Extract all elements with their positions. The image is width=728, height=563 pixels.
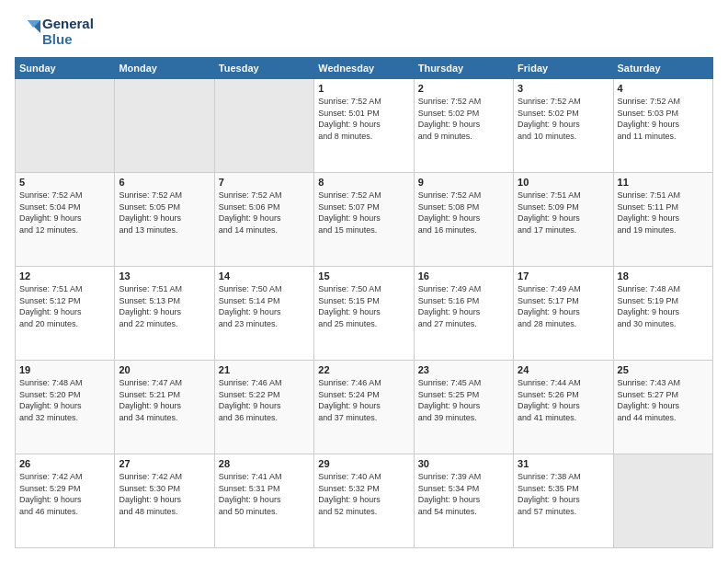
day-info: Sunrise: 7:52 AMSunset: 5:01 PMDaylight:…	[318, 96, 409, 142]
calendar-day-cell: 20Sunrise: 7:47 AMSunset: 5:21 PMDayligh…	[115, 361, 214, 454]
calendar-week-row: 26Sunrise: 7:42 AMSunset: 5:29 PMDayligh…	[16, 454, 713, 548]
calendar-day-cell: 16Sunrise: 7:49 AMSunset: 5:16 PMDayligh…	[414, 267, 513, 361]
day-info: Sunrise: 7:49 AMSunset: 5:16 PMDaylight:…	[418, 283, 509, 329]
day-number: 20	[119, 364, 210, 375]
day-number: 15	[318, 270, 409, 282]
calendar-day-cell: 21Sunrise: 7:46 AMSunset: 5:22 PMDayligh…	[214, 361, 313, 454]
calendar-day-cell: 17Sunrise: 7:49 AMSunset: 5:17 PMDayligh…	[514, 267, 613, 361]
calendar-day-cell: 8Sunrise: 7:52 AMSunset: 5:07 PMDaylight…	[314, 173, 414, 267]
calendar-day-cell: 4Sunrise: 7:52 AMSunset: 5:03 PMDaylight…	[613, 79, 712, 173]
calendar-day-cell: 13Sunrise: 7:51 AMSunset: 5:13 PMDayligh…	[115, 267, 214, 361]
day-number: 3	[518, 83, 609, 94]
day-number: 30	[418, 458, 509, 469]
calendar-day-cell: 19Sunrise: 7:48 AMSunset: 5:20 PMDayligh…	[16, 361, 115, 454]
weekday-header: Thursday	[414, 58, 513, 79]
weekday-header: Friday	[514, 58, 613, 79]
calendar-day-cell: 5Sunrise: 7:52 AMSunset: 5:04 PMDaylight…	[16, 173, 115, 267]
day-number: 17	[518, 270, 609, 282]
calendar-day-cell: 23Sunrise: 7:45 AMSunset: 5:25 PMDayligh…	[414, 361, 513, 454]
calendar-day-cell: 10Sunrise: 7:51 AMSunset: 5:09 PMDayligh…	[514, 173, 613, 267]
calendar-day-cell: 31Sunrise: 7:38 AMSunset: 5:35 PMDayligh…	[514, 454, 613, 548]
weekday-header: Sunday	[16, 58, 115, 79]
calendar-week-row: 12Sunrise: 7:51 AMSunset: 5:12 PMDayligh…	[16, 267, 713, 361]
calendar-week-row: 1Sunrise: 7:52 AMSunset: 5:01 PMDaylight…	[16, 79, 713, 173]
day-number: 11	[618, 177, 709, 188]
calendar-day-cell: 26Sunrise: 7:42 AMSunset: 5:29 PMDayligh…	[16, 454, 115, 548]
calendar-day-cell: 2Sunrise: 7:52 AMSunset: 5:02 PMDaylight…	[414, 79, 513, 173]
day-number: 4	[618, 83, 709, 94]
day-info: Sunrise: 7:51 AMSunset: 5:13 PMDaylight:…	[119, 283, 210, 329]
day-info: Sunrise: 7:52 AMSunset: 5:03 PMDaylight:…	[618, 96, 709, 142]
day-info: Sunrise: 7:40 AMSunset: 5:32 PMDaylight:…	[318, 471, 409, 517]
day-info: Sunrise: 7:50 AMSunset: 5:14 PMDaylight:…	[219, 283, 310, 329]
day-info: Sunrise: 7:44 AMSunset: 5:26 PMDaylight:…	[518, 377, 609, 423]
day-number: 13	[119, 270, 210, 282]
weekday-header: Monday	[115, 58, 214, 79]
calendar-day-cell: 27Sunrise: 7:42 AMSunset: 5:30 PMDayligh…	[115, 454, 214, 548]
weekday-header: Tuesday	[214, 58, 313, 79]
logo-bird-icon	[15, 15, 40, 48]
calendar-day-cell: 24Sunrise: 7:44 AMSunset: 5:26 PMDayligh…	[514, 361, 613, 454]
day-number: 1	[318, 83, 409, 94]
calendar-day-cell: 29Sunrise: 7:40 AMSunset: 5:32 PMDayligh…	[314, 454, 414, 548]
day-number: 28	[219, 458, 310, 469]
day-info: Sunrise: 7:51 AMSunset: 5:12 PMDaylight:…	[19, 283, 110, 329]
day-number: 10	[518, 177, 609, 188]
logo-general-text: General	[42, 16, 94, 31]
day-info: Sunrise: 7:41 AMSunset: 5:31 PMDaylight:…	[219, 471, 310, 517]
calendar-week-row: 5Sunrise: 7:52 AMSunset: 5:04 PMDaylight…	[16, 173, 713, 267]
calendar-day-cell: 15Sunrise: 7:50 AMSunset: 5:15 PMDayligh…	[314, 267, 414, 361]
day-info: Sunrise: 7:48 AMSunset: 5:19 PMDaylight:…	[618, 283, 709, 329]
day-info: Sunrise: 7:38 AMSunset: 5:35 PMDaylight:…	[518, 471, 609, 517]
calendar-day-cell	[16, 79, 115, 173]
calendar-day-cell	[115, 79, 214, 173]
day-info: Sunrise: 7:52 AMSunset: 5:04 PMDaylight:…	[19, 190, 110, 236]
day-number: 14	[219, 270, 310, 282]
calendar-table: SundayMondayTuesdayWednesdayThursdayFrid…	[15, 57, 713, 548]
calendar-day-cell	[613, 454, 712, 548]
day-number: 5	[19, 177, 110, 188]
day-info: Sunrise: 7:42 AMSunset: 5:29 PMDaylight:…	[19, 471, 110, 517]
calendar-week-row: 19Sunrise: 7:48 AMSunset: 5:20 PMDayligh…	[16, 361, 713, 454]
day-info: Sunrise: 7:45 AMSunset: 5:25 PMDaylight:…	[418, 377, 509, 423]
day-info: Sunrise: 7:42 AMSunset: 5:30 PMDaylight:…	[119, 471, 210, 517]
calendar-day-cell: 30Sunrise: 7:39 AMSunset: 5:34 PMDayligh…	[414, 454, 513, 548]
calendar-day-cell: 22Sunrise: 7:46 AMSunset: 5:24 PMDayligh…	[314, 361, 414, 454]
day-number: 29	[318, 458, 409, 469]
day-info: Sunrise: 7:51 AMSunset: 5:11 PMDaylight:…	[618, 190, 709, 236]
day-info: Sunrise: 7:39 AMSunset: 5:34 PMDaylight:…	[418, 471, 509, 517]
page: General Blue SundayMondayTuesdayWednesda…	[0, 0, 728, 563]
day-number: 22	[318, 364, 409, 375]
calendar-day-cell: 14Sunrise: 7:50 AMSunset: 5:14 PMDayligh…	[214, 267, 313, 361]
day-number: 31	[518, 458, 609, 469]
calendar-day-cell: 7Sunrise: 7:52 AMSunset: 5:06 PMDaylight…	[214, 173, 313, 267]
calendar-day-cell: 12Sunrise: 7:51 AMSunset: 5:12 PMDayligh…	[16, 267, 115, 361]
day-info: Sunrise: 7:52 AMSunset: 5:08 PMDaylight:…	[418, 190, 509, 236]
day-number: 16	[418, 270, 509, 282]
weekday-header: Wednesday	[314, 58, 414, 79]
calendar-day-cell: 18Sunrise: 7:48 AMSunset: 5:19 PMDayligh…	[613, 267, 712, 361]
calendar-day-cell: 6Sunrise: 7:52 AMSunset: 5:05 PMDaylight…	[115, 173, 214, 267]
day-info: Sunrise: 7:52 AMSunset: 5:02 PMDaylight:…	[418, 96, 509, 142]
day-number: 8	[318, 177, 409, 188]
day-info: Sunrise: 7:46 AMSunset: 5:24 PMDaylight:…	[318, 377, 409, 423]
day-info: Sunrise: 7:52 AMSunset: 5:05 PMDaylight:…	[119, 190, 210, 236]
day-info: Sunrise: 7:46 AMSunset: 5:22 PMDaylight:…	[219, 377, 310, 423]
weekday-header: Saturday	[613, 58, 712, 79]
calendar-day-cell: 3Sunrise: 7:52 AMSunset: 5:02 PMDaylight…	[514, 79, 613, 173]
day-number: 7	[219, 177, 310, 188]
day-number: 21	[219, 364, 310, 375]
day-number: 6	[119, 177, 210, 188]
day-info: Sunrise: 7:52 AMSunset: 5:07 PMDaylight:…	[318, 190, 409, 236]
day-number: 19	[19, 364, 110, 375]
day-number: 2	[418, 83, 509, 94]
day-number: 26	[19, 458, 110, 469]
day-info: Sunrise: 7:48 AMSunset: 5:20 PMDaylight:…	[19, 377, 110, 423]
day-info: Sunrise: 7:52 AMSunset: 5:06 PMDaylight:…	[219, 190, 310, 236]
calendar-day-cell: 1Sunrise: 7:52 AMSunset: 5:01 PMDaylight…	[314, 79, 414, 173]
day-number: 18	[618, 270, 709, 282]
header: General Blue	[15, 15, 713, 48]
day-info: Sunrise: 7:52 AMSunset: 5:02 PMDaylight:…	[518, 96, 609, 142]
calendar-day-cell: 25Sunrise: 7:43 AMSunset: 5:27 PMDayligh…	[613, 361, 712, 454]
day-number: 25	[618, 364, 709, 375]
